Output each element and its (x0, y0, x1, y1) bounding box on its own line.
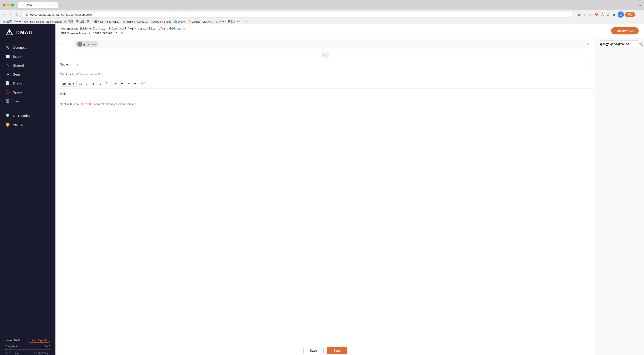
to-input-area[interactable]: gmail.com (73, 40, 586, 48)
attach-hint: (Total maximum 3M) (76, 73, 103, 76)
bookmark-zksync[interactable]: ⬡ zkSync 钱包 | zkS... (216, 20, 242, 23)
indent-btn[interactable]: ≡ (126, 81, 131, 86)
editor-signature: Sent with Dmail Network , a Web3 encrypt… (60, 102, 590, 106)
sidebar-item-label: Drafts (13, 81, 22, 85)
inbox-icon: ✉️ (5, 54, 10, 58)
sidebar-item-label: Spam (13, 90, 22, 94)
twitter-icon: 🐦 (3, 20, 6, 23)
sent-icon: ➤ (5, 72, 10, 76)
extensions-icon[interactable]: ⬡ (606, 12, 610, 17)
principal-id-row: Principal ID: 2kf6d-u46la-fdzyr-ls2em-kn… (61, 27, 185, 30)
link-btn[interactable]: 🔗 (139, 81, 147, 86)
bookmark-zigzag[interactable]: 〽️ ZigZag - DEX on... (188, 20, 213, 23)
ordered-list-btn[interactable]: ≡ (113, 81, 118, 86)
toolbar-separator (111, 81, 111, 86)
attach-row[interactable]: 📎 Attach (Total maximum 3M) (56, 70, 595, 79)
italic-btn[interactable]: I (84, 81, 89, 86)
translate2-icon[interactable]: A (600, 12, 604, 17)
unordered-list-btn[interactable]: ≡ (119, 81, 125, 86)
main-content: Principal ID: 2kf6d-u46la-fdzyr-ls2em-kn… (56, 24, 644, 355)
quote-btn[interactable]: ❝ (104, 81, 109, 86)
arbitrum-icon: ⬡ (150, 20, 153, 23)
bookmarks-bar: 🐦 主页 / Twitter Go Hilton Sign In 📷 Insta… (0, 19, 644, 24)
expand-btn[interactable]: ⌄⌄ (321, 52, 329, 58)
nav-icons: ⊞ ↑ ☆ 🦊 A ⬡ ▣ G 更新 ⋮ (577, 12, 641, 18)
bookmark-twitter[interactable]: 🐦 主页 / Twitter (3, 20, 22, 23)
principal-id-label: Principal ID: (61, 27, 78, 30)
tab-close-btn[interactable]: ✕ (52, 4, 55, 7)
header-bar: Principal ID: 2kf6d-u46la-fdzyr-ls2em-kn… (56, 24, 644, 38)
share-icon[interactable]: ↑ (583, 12, 586, 17)
forward-btn[interactable]: › (8, 12, 12, 17)
bookmark-profile[interactable]: 🔵 Your Profile | Ope... (94, 20, 120, 23)
window-controls[interactable] (3, 4, 14, 6)
maximize-window-btn[interactable] (11, 4, 14, 6)
sidebar-item-drafts[interactable]: 📄 Drafts (0, 79, 56, 88)
daily-limit-value: 1/40 (45, 345, 50, 348)
profile-icon: 🔵 (94, 20, 97, 23)
copy-principal-btn[interactable]: ⧉ (183, 27, 185, 30)
search-bar-right[interactable]: 🔍 (598, 40, 641, 48)
version-row: V2.1.4_beta 2.08KB/200MB (5, 352, 50, 354)
copy-domain-btn[interactable]: ⧉ (121, 31, 123, 35)
bookmark-apollo[interactable]: ◈ ApolloFi - Social t... (123, 20, 148, 23)
bold-btn[interactable]: B (78, 81, 84, 86)
principal-id-value: 2kf6d-u46la-fdzyr-ls2em-kno3l-lwqhk-acsv… (80, 27, 181, 30)
search-input[interactable] (600, 42, 638, 46)
bookmark-feike[interactable]: FT 飞客 - 享此刻，享... (64, 20, 92, 23)
profile-avatar[interactable]: G (618, 12, 624, 18)
editor-toolbar: Normal ▼ B I U S ❝ ≡ ≡ ≡ ≡ 🔗 (56, 79, 595, 88)
menu-icon[interactable]: ⋮ (636, 12, 641, 17)
sidebar-item-compose[interactable]: ✏️ Compose (0, 43, 56, 52)
active-tab[interactable]: ✉️ Dmail ✕ (18, 2, 58, 8)
underline-btn[interactable]: U (90, 81, 96, 86)
drafts-icon: 📄 (5, 81, 10, 86)
bookmark-orbiter[interactable]: 🌐 Orbiter (174, 20, 186, 23)
sidebar-toggle-icon[interactable]: ▣ (612, 12, 616, 17)
sidebar-item-inbox[interactable]: ✉️ Inbox (0, 52, 56, 61)
send-btn[interactable]: Send (327, 347, 347, 354)
format-select[interactable]: Normal ▼ (60, 81, 77, 86)
minimize-window-btn[interactable] (7, 4, 10, 6)
wallet-btn[interactable]: 0xB2e***A73 (611, 27, 639, 34)
sidebar-item-starred[interactable]: ☆ Starred (0, 61, 56, 70)
bookmark-icon[interactable]: ☆ (588, 12, 592, 17)
sidebar-item-sent[interactable]: ➤ Sent (0, 70, 56, 79)
paperclip-icon: 📎 (60, 72, 64, 76)
free-upgrade-btn[interactable]: Free Upgrade (28, 338, 50, 343)
logo-d: D (16, 30, 20, 36)
back-btn[interactable]: ‹ (3, 12, 6, 17)
assets-icon: 🪙 (5, 122, 10, 127)
sidebar-item-assets[interactable]: 🪙 Assets (0, 120, 56, 129)
bookmarks-more[interactable]: » (246, 20, 247, 23)
bookmark-instagram[interactable]: 📷 Instagram (46, 20, 62, 23)
sidebar-item-trash[interactable]: 🗑️ Trash (0, 96, 56, 106)
tab-favicon: ✉️ (21, 3, 24, 7)
update-btn[interactable]: 更新 (625, 12, 635, 17)
sidebar-item-spam[interactable]: 🚫 Spam (0, 88, 56, 96)
bookmark-arbitrum[interactable]: ⬡ Arbitrum Bridge (150, 20, 171, 23)
address-bar[interactable]: 🔒 evyc3-ziaaa-aaaak-aam5a-cai.ic0.app/co… (22, 12, 574, 18)
subject-input[interactable] (76, 62, 584, 66)
subject-field-row: Subject ✕ (56, 59, 595, 70)
reload-btn[interactable]: ↻ (14, 12, 20, 17)
signature-link[interactable]: Dmail Network (73, 102, 92, 106)
bookmark-hilton[interactable]: Go Hilton Sign In (24, 20, 44, 23)
save-btn[interactable]: Save (304, 347, 324, 354)
clear-subject-btn[interactable]: ✕ (586, 62, 590, 66)
apollo-icon: ◈ (123, 20, 125, 23)
search-icon[interactable]: 🔍 (639, 42, 644, 46)
metamask-icon[interactable]: 🦊 (594, 12, 599, 17)
close-window-btn[interactable] (3, 4, 6, 6)
clear-to-btn[interactable]: ✕ (586, 42, 590, 46)
new-tab-btn[interactable]: + (59, 2, 65, 8)
sidebar-item-label: Assets (13, 123, 23, 126)
browser-titlebar: ✉️ Dmail ✕ + ⋯ (0, 0, 644, 10)
spam-icon: 🚫 (5, 90, 10, 94)
outdent-btn[interactable]: ≡ (132, 81, 138, 86)
translate-icon[interactable]: ⊞ (577, 12, 582, 17)
sidebar-item-nft-market[interactable]: 💎 NFT Market (0, 111, 56, 120)
editor-body[interactable]: hello Sent with Dmail Network , a Web3 e… (56, 88, 595, 343)
strikethrough-btn[interactable]: S (97, 81, 103, 86)
sidebar-item-label: NFT Market (13, 114, 31, 118)
